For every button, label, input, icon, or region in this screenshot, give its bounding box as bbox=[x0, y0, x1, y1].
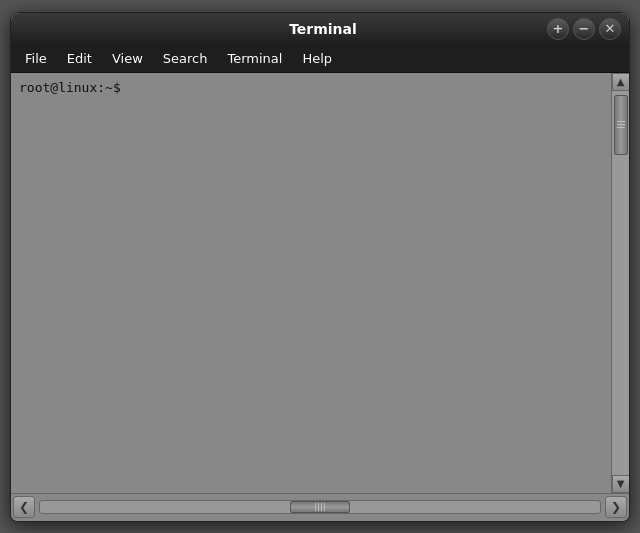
h-grip-1 bbox=[315, 503, 316, 511]
menu-view[interactable]: View bbox=[102, 49, 153, 68]
grip-line-3 bbox=[617, 127, 625, 128]
window-controls: + − ✕ bbox=[547, 18, 621, 40]
menu-edit[interactable]: Edit bbox=[57, 49, 102, 68]
horizontal-scrollbar-bar: ❮ ❯ bbox=[11, 493, 629, 521]
scroll-track-vertical[interactable] bbox=[612, 91, 629, 475]
h-grip-3 bbox=[321, 503, 322, 511]
menu-search[interactable]: Search bbox=[153, 49, 218, 68]
menu-file[interactable]: File bbox=[15, 49, 57, 68]
add-tab-button[interactable]: + bbox=[547, 18, 569, 40]
scroll-grip bbox=[617, 121, 625, 128]
scroll-thumb-vertical[interactable] bbox=[614, 95, 628, 155]
h-grip-2 bbox=[318, 503, 319, 511]
vertical-scrollbar: ▲ ▼ bbox=[611, 73, 629, 493]
scroll-down-button[interactable]: ▼ bbox=[612, 475, 630, 493]
menubar: File Edit View Search Terminal Help bbox=[11, 45, 629, 73]
titlebar: Terminal + − ✕ bbox=[11, 13, 629, 45]
scroll-left-button[interactable]: ❮ bbox=[13, 496, 35, 518]
scroll-track-horizontal[interactable] bbox=[39, 500, 601, 514]
scroll-right-button[interactable]: ❯ bbox=[605, 496, 627, 518]
close-button[interactable]: ✕ bbox=[599, 18, 621, 40]
grip-line-2 bbox=[617, 124, 625, 125]
menu-help[interactable]: Help bbox=[292, 49, 342, 68]
scroll-up-button[interactable]: ▲ bbox=[612, 73, 630, 91]
h-grip-4 bbox=[324, 503, 325, 511]
scroll-thumb-horizontal[interactable] bbox=[290, 501, 350, 513]
menu-terminal[interactable]: Terminal bbox=[217, 49, 292, 68]
window-title: Terminal bbox=[99, 21, 547, 37]
terminal-wrapper: root@linux:~$ ▲ ▼ bbox=[11, 73, 629, 493]
grip-line-1 bbox=[617, 121, 625, 122]
minimize-button[interactable]: − bbox=[573, 18, 595, 40]
terminal-prompt: root@linux:~$ bbox=[19, 79, 603, 97]
terminal-content[interactable]: root@linux:~$ bbox=[11, 73, 611, 493]
terminal-window: Terminal + − ✕ File Edit View Search Ter… bbox=[10, 12, 630, 522]
